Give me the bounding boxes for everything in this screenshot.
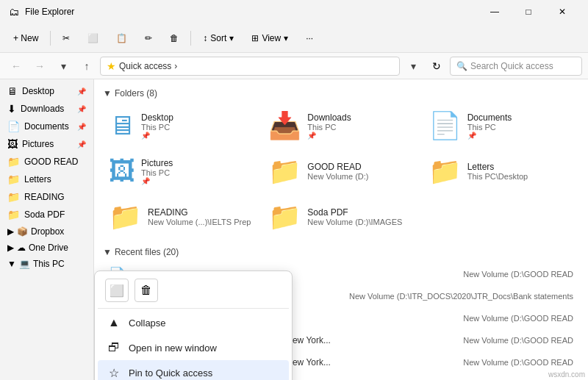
window-controls: — □ ✕ xyxy=(478,0,579,24)
folder-pictures-pin: 📌 xyxy=(141,177,173,185)
folder-pictures-name: Pictures xyxy=(141,158,173,168)
folder-downloads-icon: 📥 xyxy=(268,110,301,141)
folder-good-read-name: GOOD READ xyxy=(307,162,368,172)
recent-file-location-0: New Volume (D:\GOOD READ xyxy=(463,270,573,279)
dropbox-icon: 📦 xyxy=(17,226,28,237)
folder-letters[interactable]: 📁 Letters This PC\Desktop xyxy=(423,150,579,193)
sidebar-item-pictures[interactable]: 🖼 Pictures 📌 xyxy=(1,135,92,153)
forward-button[interactable]: → xyxy=(29,56,50,76)
ctx-item-collapse[interactable]: ▲ Collapse xyxy=(98,310,289,335)
sidebar-item-label: GOOD READ xyxy=(24,157,78,167)
sidebar-group-onedrive[interactable]: ▶ ☁ One Drive xyxy=(1,240,92,256)
view-icon: ⊞ xyxy=(251,33,259,43)
more-button[interactable]: ··· xyxy=(298,26,320,50)
sidebar-group-label: One Drive xyxy=(29,243,68,253)
sidebar-item-downloads[interactable]: ⬇ Downloads 📌 xyxy=(1,100,92,118)
paste-icon: 📋 xyxy=(116,33,127,43)
address-bar: ← → ▾ ↑ ★ Quick access › ▾ ↻ 🔍 Search Qu… xyxy=(0,53,588,79)
ctx-item-open-new-window[interactable]: 🗗 Open in new window xyxy=(98,335,289,360)
copy-button[interactable]: ⬜ xyxy=(80,26,106,50)
sidebar-item-soda-pdf[interactable]: 📁 Soda PDF xyxy=(1,206,92,223)
recent-chevron-icon: ▼ xyxy=(103,247,112,257)
folder-reading-icon: 📁 xyxy=(109,201,142,232)
view-chevron-icon: ▾ xyxy=(284,33,288,43)
folder-desktop-sub: This PC xyxy=(141,123,173,132)
sidebar-item-label: Pictures xyxy=(22,139,54,149)
sidebar-item-label: READING xyxy=(24,192,65,202)
dropdown-button[interactable]: ▾ xyxy=(403,56,423,76)
ctx-item-pin-quick-access[interactable]: ☆ Pin to Quick access xyxy=(98,360,289,380)
folders-section-header[interactable]: ▼ Folders (8) xyxy=(103,88,579,98)
folders-chevron-icon: ▼ xyxy=(103,88,112,98)
folder-grid: 🖥 Desktop This PC 📌 📥 Downloads This PC … xyxy=(103,104,579,238)
delete-button[interactable]: 🗑 xyxy=(162,26,186,50)
sidebar: 🖥 Desktop 📌 ⬇ Downloads 📌 📄 Documents 📌 … xyxy=(0,79,94,380)
documents-icon: 📄 xyxy=(7,121,20,132)
folder-desktop[interactable]: 🖥 Desktop This PC 📌 xyxy=(103,104,259,147)
sidebar-group-this-pc[interactable]: ▼ 💻 This PC xyxy=(1,256,92,272)
folder-good-read-sub: New Volume (D:) xyxy=(307,172,368,181)
ctx-delete-icon: 🗑 xyxy=(140,284,152,297)
sidebar-group-dropbox[interactable]: ▶ 📦 Dropbox xyxy=(1,223,92,240)
back-button[interactable]: ← xyxy=(6,56,26,76)
folder-letters-info: Letters This PC\Desktop xyxy=(467,162,528,181)
minimize-button[interactable]: — xyxy=(478,0,512,24)
close-button[interactable]: ✕ xyxy=(545,0,579,24)
paste-button[interactable]: 📋 xyxy=(109,26,135,50)
watermark: wsxdn.com xyxy=(548,370,585,379)
ctx-divider-1 xyxy=(98,308,289,309)
folder-soda-pdf-icon: 📁 xyxy=(268,201,301,232)
folder-soda-pdf-info: Soda PDF New Volume (D:)\IMAGES xyxy=(307,207,402,226)
folder-documents-sub: This PC xyxy=(467,123,512,132)
good-read-icon: 📁 xyxy=(7,156,20,168)
folder-desktop-pin: 📌 xyxy=(141,132,173,140)
ctx-copy-button[interactable]: ⬜ xyxy=(105,279,129,302)
recent-locations-button[interactable]: ▾ xyxy=(53,56,74,76)
rename-button[interactable]: ✏ xyxy=(137,26,159,50)
toolbar: + New ✂ ⬜ 📋 ✏ 🗑 ↕ Sort ▾ ⊞ View ▾ ··· xyxy=(0,24,588,53)
main-layout: 🖥 Desktop 📌 ⬇ Downloads 📌 📄 Documents 📌 … xyxy=(0,79,588,380)
sidebar-item-documents[interactable]: 📄 Documents 📌 xyxy=(1,118,92,135)
new-button[interactable]: + New xyxy=(6,26,46,50)
recent-file-location-4: New Volume (D:\GOOD READ xyxy=(463,358,573,367)
sidebar-group-label: Dropbox xyxy=(31,226,64,237)
toolbar-separator-1 xyxy=(50,31,51,46)
folder-soda-pdf-name: Soda PDF xyxy=(307,207,402,218)
sidebar-item-desktop[interactable]: 🖥 Desktop 📌 xyxy=(1,82,92,100)
sidebar-item-good-read[interactable]: 📁 GOOD READ xyxy=(1,153,92,171)
folder-soda-pdf[interactable]: 📁 Soda PDF New Volume (D:)\IMAGES xyxy=(262,196,419,238)
folder-downloads-sub: This PC xyxy=(307,123,351,132)
sidebar-item-letters[interactable]: 📁 Letters xyxy=(1,171,92,188)
folder-desktop-name: Desktop xyxy=(141,112,173,123)
delete-icon: 🗑 xyxy=(170,33,179,43)
folder-downloads[interactable]: 📥 Downloads This PC 📌 xyxy=(262,104,419,147)
soda-pdf-icon: 📁 xyxy=(7,209,20,221)
maximize-button[interactable]: □ xyxy=(512,0,545,24)
refresh-button[interactable]: ↻ xyxy=(426,56,447,76)
folder-documents[interactable]: 📄 Documents This PC 📌 xyxy=(423,104,579,147)
folder-reading[interactable]: 📁 READING New Volume (...)\IELTS Prep xyxy=(103,196,259,238)
folder-pictures[interactable]: 🖼 Pictures This PC 📌 xyxy=(103,150,259,193)
sidebar-item-label: Documents xyxy=(24,121,69,132)
cut-button[interactable]: ✂ xyxy=(55,26,77,50)
folder-documents-icon: 📄 xyxy=(429,110,462,141)
folder-good-read-info: GOOD READ New Volume (D:) xyxy=(307,162,368,181)
ctx-delete-button[interactable]: 🗑 xyxy=(135,279,158,302)
up-button[interactable]: ↑ xyxy=(76,56,97,76)
content-area: ▼ Folders (8) 🖥 Desktop This PC 📌 📥 Down… xyxy=(94,79,588,380)
search-box[interactable]: 🔍 Search Quick access xyxy=(450,57,582,76)
folder-documents-name: Documents xyxy=(467,112,512,123)
sort-chevron-icon: ▾ xyxy=(229,33,234,43)
ctx-pin-quick-label: Pin to Quick access xyxy=(129,368,280,379)
recent-section-header[interactable]: ▼ Recent files (20) xyxy=(103,247,579,257)
folder-reading-name: READING xyxy=(148,207,251,218)
sidebar-item-reading[interactable]: 📁 READING xyxy=(1,188,92,206)
ctx-collapse-icon: ▲ xyxy=(107,316,121,329)
sort-button[interactable]: ↕ Sort ▾ xyxy=(196,26,241,50)
title-bar: 🗂 File Explorer — □ ✕ xyxy=(0,0,588,24)
folder-reading-sub: New Volume (...)\IELTS Prep xyxy=(148,218,251,226)
folder-good-read[interactable]: 📁 GOOD READ New Volume (D:) xyxy=(262,150,419,193)
view-button[interactable]: ⊞ View ▾ xyxy=(244,26,295,50)
address-path[interactable]: ★ Quick access › xyxy=(100,57,400,76)
pin-icon: 📌 xyxy=(77,87,86,96)
